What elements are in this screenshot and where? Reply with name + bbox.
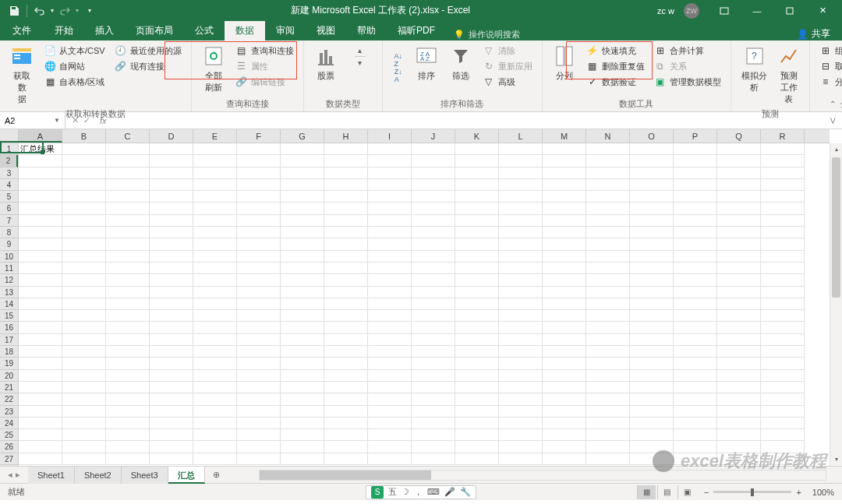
cell-C23[interactable] [106, 406, 150, 418]
cell-L25[interactable] [499, 429, 543, 441]
cell-G6[interactable] [281, 203, 324, 214]
cell-R19[interactable] [761, 358, 805, 369]
cell-J4[interactable] [412, 179, 455, 191]
tab-file[interactable]: 文件 [0, 21, 44, 41]
cell-N8[interactable] [586, 227, 630, 238]
cell-M9[interactable] [543, 238, 586, 250]
formula-input[interactable] [110, 112, 824, 129]
cell-F6[interactable] [237, 203, 281, 214]
cell-G27[interactable] [281, 453, 324, 465]
cell-J23[interactable] [412, 406, 455, 418]
cell-C11[interactable] [106, 263, 150, 274]
text-to-columns-button[interactable]: 分列 [547, 42, 582, 83]
sort-button[interactable]: Z AA Z 排序 [409, 42, 444, 83]
cell-P24[interactable] [674, 418, 717, 429]
cell-M20[interactable] [543, 370, 586, 382]
tell-me-search[interactable]: 💡 操作说明搜索 [454, 29, 520, 41]
ime-toolbar[interactable]: S 五 ☽ ， ⌨ 🎤 🔧 [366, 485, 476, 499]
cell-E22[interactable] [193, 393, 237, 405]
cell-A5[interactable] [19, 191, 62, 203]
cell-G12[interactable] [281, 274, 324, 286]
cell-B17[interactable] [62, 334, 106, 346]
cell-B12[interactable] [62, 274, 106, 286]
scroll-up-icon[interactable]: ▴ [830, 143, 842, 156]
cell-Q1[interactable] [717, 143, 761, 155]
cell-K25[interactable] [455, 429, 499, 441]
cell-R8[interactable] [761, 227, 805, 238]
cell-O23[interactable] [630, 406, 674, 418]
cell-N4[interactable] [586, 179, 630, 191]
from-web-button[interactable]: 🌐自网站 [42, 59, 107, 73]
cell-J2[interactable] [412, 155, 455, 167]
cell-D24[interactable] [150, 418, 193, 429]
cell-I12[interactable] [368, 274, 412, 286]
cell-M25[interactable] [543, 429, 586, 441]
sheet-nav-prev-icon[interactable]: ◂ [8, 470, 12, 480]
cell-K18[interactable] [455, 346, 499, 358]
cell-D4[interactable] [150, 179, 193, 191]
group-button[interactable]: ⊞组合▾ [818, 44, 842, 58]
row-header-4[interactable]: 4 [0, 179, 18, 191]
cell-Q16[interactable] [717, 322, 761, 333]
cell-J20[interactable] [412, 370, 455, 382]
cell-J5[interactable] [412, 191, 455, 203]
row-header-26[interactable]: 26 [0, 441, 18, 453]
hscroll-thumb[interactable] [260, 471, 431, 480]
cell-O9[interactable] [630, 238, 674, 250]
cell-P8[interactable] [674, 227, 717, 238]
cell-L17[interactable] [499, 334, 543, 346]
cell-C16[interactable] [106, 322, 150, 333]
cell-E6[interactable] [193, 203, 237, 214]
cell-L10[interactable] [499, 251, 543, 263]
vertical-scrollbar[interactable]: ▴ ▾ [830, 143, 842, 466]
cell-K23[interactable] [455, 406, 499, 418]
cell-O2[interactable] [630, 155, 674, 167]
cell-D6[interactable] [150, 203, 193, 214]
whatif-button[interactable]: ? 模拟分析 [736, 42, 773, 95]
cell-O12[interactable] [630, 274, 674, 286]
cell-E13[interactable] [193, 287, 237, 298]
cell-Q11[interactable] [717, 263, 761, 274]
cell-N9[interactable] [586, 238, 630, 250]
row-header-23[interactable]: 23 [0, 406, 18, 418]
cell-N23[interactable] [586, 406, 630, 418]
cell-H6[interactable] [324, 203, 368, 214]
cell-F13[interactable] [237, 287, 281, 298]
cell-H19[interactable] [324, 358, 368, 369]
cell-P9[interactable] [674, 238, 717, 250]
cell-Q24[interactable] [717, 418, 761, 429]
cell-F3[interactable] [237, 167, 281, 179]
cell-C14[interactable] [106, 298, 150, 310]
cell-G13[interactable] [281, 287, 324, 298]
cell-G23[interactable] [281, 406, 324, 418]
cell-B8[interactable] [62, 227, 106, 238]
cell-D1[interactable] [150, 143, 193, 155]
cell-N26[interactable] [586, 441, 630, 453]
cell-R11[interactable] [761, 263, 805, 274]
cell-L2[interactable] [499, 155, 543, 167]
cell-I26[interactable] [368, 441, 412, 453]
cell-K24[interactable] [455, 418, 499, 429]
cell-M24[interactable] [543, 418, 586, 429]
tab-data[interactable]: 数据 [225, 21, 265, 41]
cell-R20[interactable] [761, 370, 805, 382]
select-all-corner[interactable] [0, 129, 19, 143]
cell-B27[interactable] [62, 453, 106, 465]
cell-R12[interactable] [761, 274, 805, 286]
cell-N25[interactable] [586, 429, 630, 441]
cell-B14[interactable] [62, 298, 106, 310]
cell-Q3[interactable] [717, 167, 761, 179]
user-avatar[interactable]: ZW [684, 3, 699, 19]
vscroll-thumb[interactable] [832, 157, 840, 298]
cell-D23[interactable] [150, 406, 193, 418]
cell-F19[interactable] [237, 358, 281, 369]
cell-H21[interactable] [324, 382, 368, 393]
ungroup-button[interactable]: ⊟取消组合▾ [818, 59, 842, 73]
row-header-8[interactable]: 8 [0, 227, 18, 238]
horizontal-scrollbar[interactable] [259, 470, 826, 481]
cell-F24[interactable] [237, 418, 281, 429]
from-csv-button[interactable]: 📄从文本/CSV [42, 44, 107, 58]
from-range-button[interactable]: ▦自表格/区域 [42, 75, 107, 89]
cell-L14[interactable] [499, 298, 543, 310]
row-header-11[interactable]: 11 [0, 263, 18, 274]
